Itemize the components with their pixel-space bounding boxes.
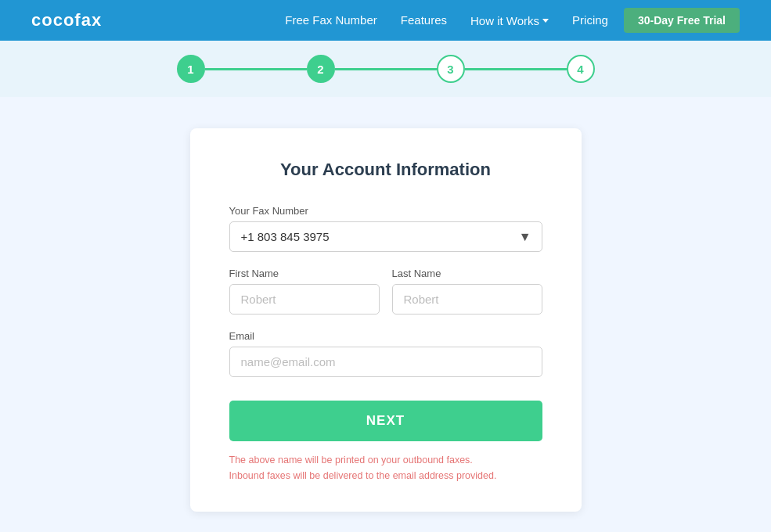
- fax-number-group: Your Fax Number +1 803 845 3975 ▼: [229, 205, 542, 252]
- trial-button[interactable]: 30-Day Free Trial: [624, 8, 740, 33]
- fax-select-wrapper: +1 803 845 3975 ▼: [229, 221, 542, 252]
- nav-free-fax[interactable]: Free Fax Number: [285, 13, 377, 27]
- first-name-group: First Name: [229, 268, 380, 315]
- step-line-2-3: [335, 68, 437, 70]
- navbar: cocofax Free Fax Number Features How it …: [0, 0, 771, 41]
- nav-free-fax-link[interactable]: Free Fax Number: [285, 13, 377, 27]
- step-3: 3: [437, 55, 465, 83]
- nav-pricing[interactable]: Pricing: [572, 13, 608, 27]
- next-button[interactable]: NEXT: [229, 401, 542, 441]
- form-note: The above name will be printed on your o…: [229, 452, 542, 483]
- nav-how-it-works[interactable]: How it Works: [470, 14, 549, 27]
- step-4: 4: [567, 55, 595, 83]
- fax-number-select[interactable]: +1 803 845 3975: [229, 221, 542, 252]
- step-line-3-4: [465, 68, 567, 70]
- nav-features-link[interactable]: Features: [401, 13, 447, 27]
- nav-pricing-link[interactable]: Pricing: [572, 13, 608, 27]
- email-label: Email: [229, 330, 542, 342]
- note-line-1: The above name will be printed on your o…: [229, 455, 473, 466]
- step-1: 1: [177, 55, 205, 83]
- fax-number-label: Your Fax Number: [229, 205, 542, 217]
- nav-links: Free Fax Number Features How it Works Pr…: [285, 13, 608, 27]
- first-name-input[interactable]: [229, 284, 380, 315]
- nav-how-it-works-link[interactable]: How it Works: [470, 14, 549, 27]
- chevron-down-icon: [542, 19, 549, 23]
- last-name-label: Last Name: [392, 268, 542, 279]
- main-content: Your Account Information Your Fax Number…: [0, 97, 771, 532]
- nav-features[interactable]: Features: [401, 13, 447, 27]
- email-input[interactable]: [229, 347, 542, 377]
- stepper: 1 2 3 4: [177, 55, 595, 83]
- last-name-input[interactable]: [392, 284, 542, 315]
- logo[interactable]: cocofax: [31, 10, 102, 31]
- note-line-2: Inbound faxes will be delivered to the e…: [229, 470, 497, 481]
- step-line-1-2: [205, 68, 307, 70]
- form-title: Your Account Information: [229, 160, 542, 180]
- stepper-bar: 1 2 3 4: [0, 41, 771, 97]
- step-2: 2: [307, 55, 335, 83]
- form-card: Your Account Information Your Fax Number…: [190, 128, 582, 512]
- name-row: First Name Last Name: [229, 268, 542, 330]
- first-name-label: First Name: [229, 268, 380, 279]
- last-name-group: Last Name: [392, 268, 542, 315]
- email-group: Email: [229, 330, 542, 377]
